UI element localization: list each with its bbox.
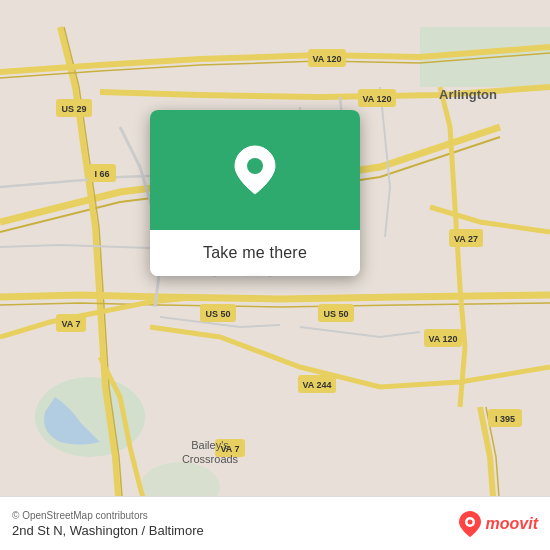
svg-point-31 [247,158,263,174]
svg-text:Bailey's: Bailey's [191,439,229,451]
svg-text:VA 27: VA 27 [454,234,478,244]
moovit-label: moovit [486,515,538,533]
popup-card: Take me there [150,110,360,276]
svg-text:VA 120: VA 120 [312,54,341,64]
moovit-logo: moovit [458,510,538,538]
svg-text:Arlington: Arlington [439,87,497,102]
svg-point-33 [467,519,472,524]
take-me-there-button[interactable]: Take me there [150,230,360,276]
map-container: VA 120 VA 120 VA 120 US 29 I 66 US 50 US… [0,0,550,550]
svg-text:US 29: US 29 [61,104,86,114]
popup-header [150,110,360,230]
moovit-pin-icon [458,510,482,538]
bottom-bar: © OpenStreetMap contributors 2nd St N, W… [0,496,550,550]
svg-text:US 50: US 50 [323,309,348,319]
address-text: 2nd St N, Washington / Baltimore [12,523,204,538]
svg-text:VA 120: VA 120 [428,334,457,344]
svg-text:US 50: US 50 [205,309,230,319]
copyright-text: © OpenStreetMap contributors [12,510,204,521]
svg-text:I 66: I 66 [94,169,109,179]
svg-text:VA 7: VA 7 [61,319,80,329]
svg-text:Crossroads: Crossroads [182,453,239,465]
svg-text:VA 244: VA 244 [302,380,331,390]
svg-text:VA 120: VA 120 [362,94,391,104]
location-pin-icon [233,144,277,196]
svg-text:I 395: I 395 [495,414,515,424]
